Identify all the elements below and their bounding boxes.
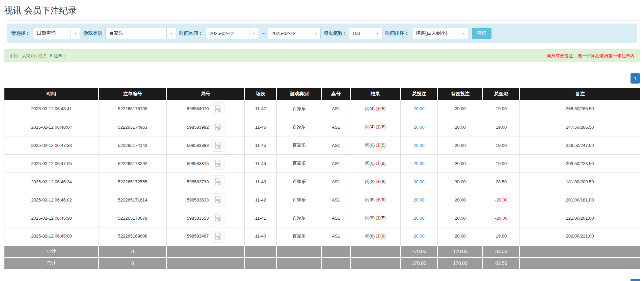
subtotal-row: 小计 8 170.00 170.00 83.50 (4, 245, 640, 257)
cell-table-no: AS1 (322, 118, 350, 136)
cell-time: 2025-02-12 06:45:30 (4, 209, 99, 227)
video-replay-button[interactable] (212, 193, 224, 206)
page-title: 视讯 会员下注纪录 (4, 0, 640, 17)
cell-game-type: 百家乐 (277, 118, 322, 136)
search-button[interactable]: 查询 (472, 28, 491, 39)
result-player-score: (4) (369, 106, 375, 111)
result-player-label: 闲 (365, 161, 369, 166)
result-banker-label: 庄 (376, 215, 380, 220)
page-size-value: 100 (349, 28, 373, 39)
cell-session: 11-43 (245, 173, 277, 191)
cell-payout: 19.00 (483, 136, 520, 154)
game-type-select[interactable]: 百家乐 ▼ (105, 28, 176, 39)
cell-table-no: AS1 (322, 136, 350, 154)
result-player-label: 闲 (365, 106, 369, 111)
cell-payout: -20.00 (483, 209, 520, 227)
cell-time: 2025-02-12 06:46:34 (4, 173, 99, 191)
cell-time: 2025-02-12 06:46:02 (4, 191, 99, 209)
sort-order-select[interactable]: 降冪(由大到小) ▼ (412, 28, 469, 39)
cell-round-id: 598583553 (167, 209, 245, 227)
chevron-down-icon[interactable]: ▼ (166, 28, 176, 39)
table-row: 2025-02-12 06:47:05 522265173292 5985838… (4, 154, 640, 173)
round-id-value: 598583888 (187, 143, 209, 148)
total-bet-link[interactable]: 20.00 (413, 143, 425, 148)
result-banker-score: (8) (380, 179, 386, 184)
page-size-select[interactable]: 100 ▼ (349, 28, 382, 39)
cell-total-bet: 20.00 (401, 209, 438, 227)
subtotal-payout: 83.50 (483, 245, 520, 257)
chevron-down-icon[interactable]: ▼ (373, 28, 382, 39)
video-replay-button[interactable] (212, 139, 224, 152)
page-1-button[interactable]: 1 (630, 73, 640, 84)
cell-time: 2025-02-12 06:48:41 (4, 100, 99, 118)
table-row: 2025-02-12 06:48:41 522265176109 5985840… (4, 100, 640, 118)
cell-bet-id: 522265170678 (99, 209, 167, 227)
grand-total-payout: 83.50 (483, 257, 520, 269)
round-id-value: 598583815 (187, 161, 209, 166)
video-replay-button[interactable] (212, 230, 224, 243)
table-row: 2025-02-12 06:48:04 522265174963 5985839… (4, 118, 640, 136)
table-row: 2025-02-12 06:45:30 522265170678 5985835… (4, 209, 640, 227)
video-replay-button[interactable] (212, 102, 224, 115)
betting-records-table: 时间 注单编号 局号 场次 游戏类别 桌号 结果 总投注 有效投注 总派彩 备注… (4, 88, 640, 269)
cell-table-no: AS1 (322, 209, 350, 227)
column-header-total-bet: 总投注 (401, 88, 438, 100)
betting-records-page: 视讯 会员下注纪录 请选择： 日期查询 ▼ 游戏类别 百家乐 ▼ 时间区间： 2… (0, 0, 644, 281)
date-to-input[interactable]: 2025-02-12 ▼ (268, 28, 321, 39)
same-round-notice: 同局有效投注，统一计算在该局第一张注单内 (547, 53, 635, 59)
time-range-label: 时间区间： (179, 30, 203, 36)
query-type-select[interactable]: 日期查询 ▼ (33, 28, 80, 39)
result-player-score: (6) (369, 233, 375, 239)
table-body: 2025-02-12 06:48:41 522265176109 5985840… (4, 100, 640, 245)
result-banker-label: 庄 (376, 197, 380, 202)
date-from-input[interactable]: 2025-02-12 ▼ (206, 28, 259, 39)
cell-valid-bet: 20.00 (438, 227, 483, 245)
chevron-down-icon[interactable]: ▼ (71, 28, 80, 39)
cell-payout: 19.00 (483, 118, 520, 136)
video-replay-icon (214, 214, 222, 222)
chevron-down-icon[interactable]: ▼ (249, 28, 259, 39)
video-replay-button[interactable] (212, 175, 224, 188)
total-bet-link[interactable]: 20.00 (413, 106, 425, 111)
total-bet-link[interactable]: 20.00 (413, 233, 425, 239)
cell-valid-bet: 20.00 (438, 136, 483, 154)
video-replay-icon (214, 123, 222, 131)
cell-time: 2025-02-12 06:45:00 (4, 227, 99, 245)
summary-bar: 币别 : 人民币 | 总共 :8 注单 | 同局有效投注，统一计算在该局第一张注… (4, 49, 640, 62)
chevron-down-icon[interactable]: ▼ (311, 28, 320, 39)
total-bet-link[interactable]: 20.00 (413, 125, 425, 130)
cell-valid-bet: 20.00 (438, 100, 483, 118)
cell-bet-id: 522265173292 (99, 154, 167, 173)
cell-note: 221.00/201.00 (520, 209, 640, 227)
total-bet-link[interactable]: 20.00 (413, 161, 425, 166)
cell-note: 181.00/209.50 (520, 173, 640, 191)
cell-round-id: 598583888 (167, 136, 245, 154)
date-range-separator: ~ (262, 31, 265, 36)
cell-time: 2025-02-12 06:47:05 (4, 154, 99, 173)
video-replay-icon (214, 232, 222, 240)
total-bet-link[interactable]: 20.00 (413, 216, 425, 221)
cell-result: 闲(0) 庄(8) (350, 154, 401, 173)
result-banker-score: (8) (380, 161, 386, 166)
cell-bet-id: 522265174963 (99, 118, 167, 136)
cell-result: 闲(8) 庄(5) (350, 209, 401, 227)
cell-note: 202.00/221.00 (520, 227, 640, 245)
video-replay-button[interactable] (212, 157, 224, 170)
grand-total-count: 8 (99, 257, 167, 269)
video-replay-button[interactable] (212, 212, 224, 224)
video-replay-button[interactable] (212, 121, 224, 133)
cell-note: 247.50/266.50 (520, 118, 640, 136)
column-header-session: 场次 (245, 88, 277, 100)
video-replay-icon (214, 142, 222, 149)
chevron-down-icon[interactable]: ▼ (459, 28, 468, 39)
result-player-score: (8) (369, 215, 375, 220)
cell-round-id: 598583467 (167, 227, 245, 245)
cell-total-bet: 30.00 (401, 173, 438, 191)
total-bet-link[interactable]: 30.00 (413, 179, 425, 184)
cell-note: 266.50/285.50 (520, 100, 640, 118)
total-bet-link[interactable]: 20.00 (413, 197, 425, 202)
cell-session: 11-44 (245, 154, 277, 173)
bottom-pagination-partial[interactable] (630, 279, 640, 281)
result-player-label: 闲 (365, 215, 369, 220)
table-row: 2025-02-12 06:46:34 522265172555 5985837… (4, 173, 640, 191)
